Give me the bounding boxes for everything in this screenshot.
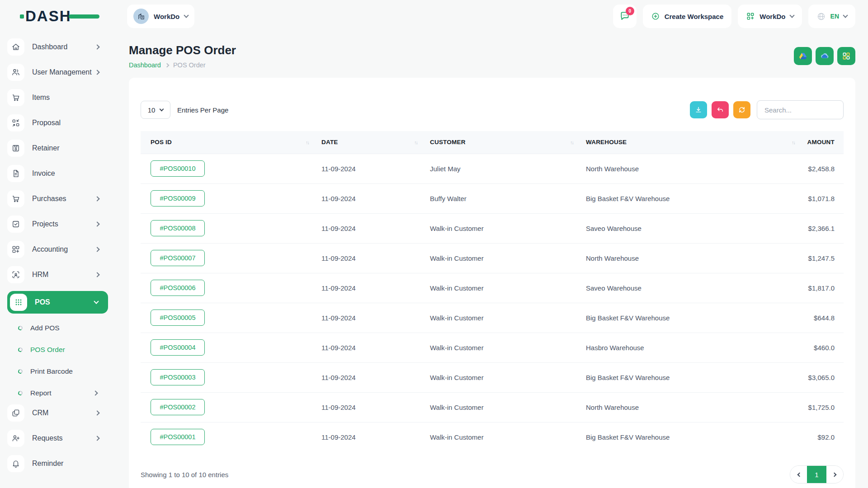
sidebar-item-retainer[interactable]: Retainer bbox=[7, 139, 114, 157]
pos-id-badge[interactable]: #POS00005 bbox=[151, 310, 205, 326]
table-row: #POS00001 11-09-2024 Walk-in Customer Bi… bbox=[141, 422, 844, 452]
breadcrumb: Dashboard POS Order bbox=[129, 61, 236, 69]
sidebar-item-label: Dashboard bbox=[32, 43, 67, 51]
workspace-name: WorkDo bbox=[154, 13, 179, 20]
date-cell: 11-09-2024 bbox=[314, 213, 423, 243]
customer-cell: Walk-in Customer bbox=[423, 243, 579, 273]
sort-icon[interactable]: ↑↓ bbox=[306, 140, 309, 145]
sidebar-subitem-print-barcode[interactable]: Print Barcode bbox=[7, 361, 114, 382]
pos-id-badge[interactable]: #POS00001 bbox=[151, 429, 205, 445]
warehouse-cell: North Warehouse bbox=[579, 392, 800, 422]
sidebar-item-invoice[interactable]: Invoice bbox=[7, 164, 114, 183]
date-cell: 11-09-2024 bbox=[314, 183, 423, 213]
globe-icon bbox=[816, 12, 826, 21]
date-cell: 11-09-2024 bbox=[314, 154, 423, 183]
customer-cell: Walk-in Customer bbox=[423, 392, 579, 422]
pos-id-badge[interactable]: #POS00004 bbox=[151, 339, 205, 356]
sidebar-item-label: Accounting bbox=[32, 245, 68, 253]
app-logo[interactable]: DASH bbox=[25, 8, 127, 25]
sidebar-item-label: POS bbox=[35, 298, 50, 306]
chevron-right-icon bbox=[832, 472, 836, 477]
pagination-prev-button[interactable] bbox=[790, 466, 807, 483]
sidebar-item-requests[interactable]: Requests bbox=[7, 429, 114, 447]
onedrive-icon bbox=[819, 51, 830, 61]
breadcrumb-dashboard-link[interactable]: Dashboard bbox=[129, 61, 161, 69]
messages-count-badge: 0 bbox=[626, 7, 634, 15]
sidebar-subitem-label: Add POS bbox=[30, 324, 60, 332]
grid-view-button[interactable] bbox=[837, 47, 855, 65]
workdo-menu-button[interactable]: WorkDo bbox=[738, 5, 802, 28]
sidebar-item-label: User Management bbox=[32, 68, 92, 76]
sort-icon[interactable]: ↑↓ bbox=[792, 140, 795, 145]
sidebar-item-label: Projects bbox=[32, 220, 58, 228]
google-drive-button[interactable] bbox=[794, 47, 812, 65]
pagination-page-1[interactable]: 1 bbox=[807, 466, 826, 483]
chevron-right-icon bbox=[94, 196, 99, 201]
save-icon bbox=[7, 140, 24, 157]
sidebar-item-items[interactable]: Items bbox=[7, 89, 114, 107]
table-row: #POS00010 11-09-2024 Juliet May North Wa… bbox=[141, 154, 844, 183]
pos-id-badge[interactable]: #POS00009 bbox=[151, 190, 205, 206]
column-header-date[interactable]: DATE↑↓ bbox=[314, 131, 423, 154]
column-header-pos-id[interactable]: POS ID↑↓ bbox=[141, 131, 314, 154]
workspace-selector[interactable]: WorkDo bbox=[127, 5, 194, 28]
pos-id-badge[interactable]: #POS00006 bbox=[151, 280, 205, 296]
sidebar-item-accounting[interactable]: Accounting bbox=[7, 240, 114, 258]
pos-id-badge[interactable]: #POS00008 bbox=[151, 220, 205, 236]
sort-icon[interactable]: ↑↓ bbox=[414, 140, 417, 145]
pos-order-card: 10 Entries Per Page bbox=[129, 78, 855, 488]
undo-button[interactable] bbox=[712, 101, 729, 118]
amount-cell: $644.8 bbox=[800, 303, 844, 333]
chevron-right-icon bbox=[94, 436, 99, 441]
column-header-amount[interactable]: AMOUNT bbox=[800, 131, 844, 154]
customer-cell: Walk-in Customer bbox=[423, 422, 579, 452]
onedrive-button[interactable] bbox=[816, 47, 834, 65]
sidebar-item-crm[interactable]: CRM bbox=[7, 404, 114, 422]
date-cell: 11-09-2024 bbox=[314, 243, 423, 273]
dots-grid-icon bbox=[10, 294, 27, 311]
grid-icon bbox=[842, 52, 851, 61]
search-input[interactable] bbox=[757, 100, 844, 119]
sidebar-item-label: Purchases bbox=[32, 195, 66, 203]
sidebar-item-hrm[interactable]: HRM bbox=[7, 266, 114, 284]
pos-id-badge[interactable]: #POS00002 bbox=[151, 399, 205, 415]
sidebar-item-purchases[interactable]: Purchases bbox=[7, 190, 114, 208]
sidebar-item-dashboard[interactable]: Dashboard bbox=[7, 38, 114, 56]
pos-id-badge[interactable]: #POS00007 bbox=[151, 250, 205, 266]
language-selector[interactable]: EN bbox=[808, 5, 855, 28]
document-icon bbox=[7, 165, 24, 182]
swap-squares-icon bbox=[7, 114, 24, 131]
create-workspace-button[interactable]: Create Workspace bbox=[643, 5, 732, 28]
pos-id-badge[interactable]: #POS00010 bbox=[151, 160, 205, 177]
export-download-button[interactable] bbox=[690, 101, 707, 118]
sidebar-subitem-label: Report bbox=[30, 389, 52, 397]
sidebar-item-projects[interactable]: Projects bbox=[7, 215, 114, 233]
sidebar-item-label: Proposal bbox=[32, 119, 61, 127]
sidebar-item-user-management[interactable]: User Management bbox=[7, 63, 114, 81]
sidebar-item-label: Requests bbox=[32, 434, 63, 442]
users-icon bbox=[7, 64, 24, 81]
plus-circle-icon bbox=[651, 12, 660, 21]
person-plus-icon bbox=[7, 430, 24, 447]
column-header-customer[interactable]: CUSTOMER↑↓ bbox=[423, 131, 579, 154]
sidebar-item-pos[interactable]: POS bbox=[7, 291, 108, 314]
table-row: #POS00005 11-09-2024 Walk-in Customer Bi… bbox=[141, 303, 844, 333]
warehouse-cell: Saveo Warehouse bbox=[579, 213, 800, 243]
chevron-down-icon bbox=[160, 107, 164, 111]
building-icon bbox=[137, 13, 145, 20]
pagination-next-button[interactable] bbox=[826, 466, 843, 483]
sidebar-item-proposal[interactable]: Proposal bbox=[7, 114, 114, 132]
sidebar-subitem-pos-order[interactable]: POS Order bbox=[7, 339, 114, 361]
pos-id-badge[interactable]: #POS00003 bbox=[151, 369, 205, 385]
sidebar-item-label: Invoice bbox=[32, 169, 55, 178]
entries-per-page-select[interactable]: 10 bbox=[141, 101, 170, 119]
sidebar-subitem-add-pos[interactable]: Add POS bbox=[7, 317, 114, 339]
messages-button[interactable]: 0 bbox=[613, 5, 637, 28]
sidebar-item-reminder[interactable]: Reminder bbox=[7, 455, 114, 473]
refresh-button[interactable] bbox=[733, 101, 750, 118]
pos-orders-table: POS ID↑↓ DATE↑↓ CUSTOMER↑↓ WAREHOUSE↑↓ A… bbox=[141, 131, 844, 452]
sidebar-subitem-report[interactable]: Report bbox=[7, 382, 114, 404]
column-header-warehouse[interactable]: WAREHOUSE↑↓ bbox=[579, 131, 800, 154]
chevron-right-icon bbox=[94, 272, 99, 277]
sort-icon[interactable]: ↑↓ bbox=[570, 140, 573, 145]
